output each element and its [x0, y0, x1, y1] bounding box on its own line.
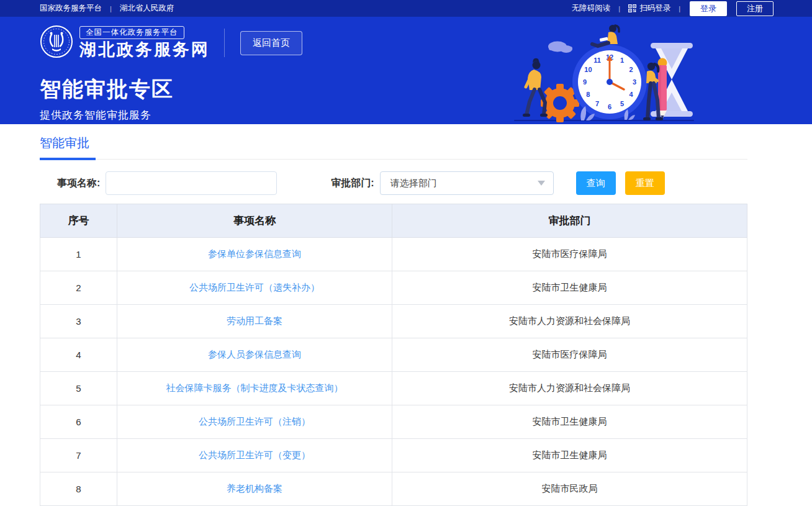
item-link[interactable]: 社会保障卡服务（制卡进度及卡状态查询） [166, 382, 343, 393]
row-index: 8 [40, 472, 117, 506]
table-row: 7 公共场所卫生许可（变更） 安陆市卫生健康局 [40, 439, 747, 472]
page-title: 智能审批专区 [40, 75, 174, 104]
site-logo: 全国一体化政务服务平台 湖北政务服务网 返回首页 [40, 25, 302, 61]
svg-text:11: 11 [593, 56, 601, 64]
item-link[interactable]: 劳动用工备案 [227, 315, 282, 326]
register-button[interactable]: 注册 [736, 1, 774, 16]
col-header-index: 序号 [40, 204, 117, 238]
site-emblem-icon [40, 25, 73, 61]
svg-text:10: 10 [584, 66, 592, 73]
accessibility-link[interactable]: 无障碍阅读 [572, 3, 611, 14]
svg-text:6: 6 [608, 103, 611, 111]
banner: 全国一体化政务服务平台 湖北政务服务网 返回首页 智能审批专区 提供政务智能审批… [0, 17, 812, 124]
table-row: 6 公共场所卫生许可（注销） 安陆市卫生健康局 [40, 405, 747, 439]
table-row: 8 养老机构备案 安陆市民政局 [40, 472, 747, 506]
item-link[interactable]: 参保单位参保信息查询 [208, 248, 301, 259]
row-department: 安陆市卫生健康局 [392, 271, 747, 305]
qr-code-icon [628, 4, 636, 12]
cloud-shape [548, 42, 572, 53]
col-header-department: 审批部门 [392, 204, 747, 238]
item-link[interactable]: 参保人员参保信息查询 [208, 349, 301, 359]
topbar-link-national-platform[interactable]: 国家政务服务平台 [40, 3, 102, 14]
row-index: 5 [40, 372, 117, 405]
row-department: 安陆市民政局 [392, 472, 747, 506]
divider: | [679, 5, 680, 12]
item-name-label: 事项名称: [57, 177, 100, 190]
row-index: 3 [40, 305, 117, 338]
item-name-input[interactable] [106, 171, 277, 195]
item-link[interactable]: 公共场所卫生许可（变更） [199, 450, 310, 460]
table-row: 4 参保人员参保信息查询 安陆市医疗保障局 [40, 338, 747, 372]
table-header-row: 序号 事项名称 审批部门 [40, 204, 747, 238]
approval-items-table: 序号 事项名称 审批部门 1 参保单位参保信息查询 安陆市医疗保障局 2 公共场… [40, 204, 747, 506]
row-department: 安陆市卫生健康局 [392, 439, 747, 472]
reset-button[interactable]: 重置 [625, 171, 665, 195]
scan-login-link[interactable]: 扫码登录 [639, 3, 670, 14]
row-index: 6 [40, 405, 117, 439]
banner-illustration: 121234567891011 [509, 20, 695, 124]
logo-text: 全国一体化政务服务平台 湖北政务服务网 [79, 26, 210, 60]
site-name: 湖北政务服务网 [79, 41, 210, 60]
row-index: 4 [40, 338, 117, 372]
divider [224, 29, 225, 57]
back-home-button[interactable]: 返回首页 [240, 31, 302, 55]
platform-tag: 全国一体化政务服务平台 [79, 26, 184, 39]
dept-select[interactable]: 请选择部门 [380, 171, 554, 195]
walking-person-shape [523, 58, 548, 117]
tab-bar: 智能审批 [40, 124, 747, 160]
row-department: 安陆市医疗保障局 [392, 338, 747, 372]
item-link[interactable]: 公共场所卫生许可（遗失补办） [189, 282, 320, 292]
svg-text:7: 7 [595, 100, 599, 107]
row-index: 2 [40, 271, 117, 305]
row-department: 安陆市卫生健康局 [392, 405, 747, 439]
table-row: 1 参保单位参保信息查询 安陆市医疗保障局 [40, 238, 747, 271]
page-subtitle: 提供政务智能审批服务 [40, 108, 151, 122]
row-department: 安陆市人力资源和社会保障局 [392, 305, 747, 338]
login-button[interactable]: 登录 [690, 1, 727, 16]
topbar: 国家政务服务平台 | 湖北省人民政府 无障碍阅读 | [0, 0, 812, 17]
svg-text:8: 8 [586, 91, 590, 98]
svg-text:4: 4 [629, 91, 634, 98]
item-link[interactable]: 养老机构备案 [227, 483, 282, 494]
query-button[interactable]: 查询 [576, 171, 616, 195]
table-row: 2 公共场所卫生许可（遗失补办） 安陆市卫生健康局 [40, 271, 747, 305]
row-index: 7 [40, 439, 117, 472]
dept-label: 审批部门: [331, 177, 374, 190]
row-department: 安陆市人力资源和社会保障局 [392, 372, 747, 405]
table-row: 3 劳动用工备案 安陆市人力资源和社会保障局 [40, 305, 747, 338]
svg-text:2: 2 [629, 66, 633, 73]
divider: | [110, 5, 112, 12]
topbar-right-links: 无障碍阅读 | 扫码登录 | [572, 1, 774, 16]
col-header-item-name: 事项名称 [117, 204, 392, 238]
svg-text:9: 9 [583, 78, 587, 86]
table-row: 5 社会保障卡服务（制卡进度及卡状态查询） 安陆市人力资源和社会保障局 [40, 372, 747, 405]
topbar-link-hubei-gov[interactable]: 湖北省人民政府 [120, 3, 174, 14]
item-link[interactable]: 公共场所卫生许可（注销） [199, 416, 310, 427]
dept-select-value: 请选择部门 [390, 178, 437, 189]
divider: | [618, 5, 620, 12]
search-form: 事项名称: 审批部门: 请选择部门 查询 重置 [40, 171, 747, 196]
row-department: 安陆市医疗保障局 [392, 238, 747, 271]
svg-text:1: 1 [620, 56, 624, 64]
svg-text:3: 3 [633, 78, 636, 86]
tab-smart-approval[interactable]: 智能审批 [40, 135, 96, 160]
topbar-left-links: 国家政务服务平台 | 湖北省人民政府 [40, 3, 174, 14]
svg-text:5: 5 [620, 100, 624, 107]
sitting-person-shape [592, 25, 619, 46]
row-index: 1 [40, 238, 117, 271]
main-content: 智能审批 事项名称: 审批部门: 请选择部门 查询 重置 序号 事项名称 审批部… [40, 124, 747, 506]
chevron-down-icon [538, 181, 545, 186]
